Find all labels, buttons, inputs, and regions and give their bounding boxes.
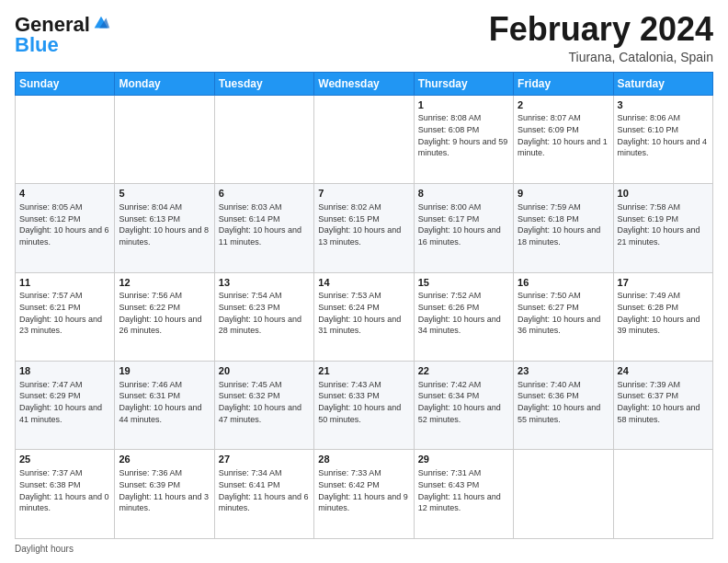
week-row-2: 4Sunrise: 8:05 AM Sunset: 6:12 PM Daylig… <box>16 184 713 272</box>
day-number: 20 <box>219 364 310 378</box>
day-cell: 13Sunrise: 7:54 AM Sunset: 6:23 PM Dayli… <box>214 272 313 361</box>
day-number: 5 <box>119 187 210 201</box>
day-number: 4 <box>19 187 110 201</box>
logo: General Blue <box>15 15 111 55</box>
day-cell: 1Sunrise: 8:08 AM Sunset: 6:08 PM Daylig… <box>414 95 513 183</box>
day-info: Sunrise: 8:04 AM Sunset: 6:13 PM Dayligh… <box>119 201 210 247</box>
day-info: Sunrise: 8:03 AM Sunset: 6:14 PM Dayligh… <box>219 201 310 247</box>
day-info: Sunrise: 7:33 AM Sunset: 6:42 PM Dayligh… <box>318 467 409 513</box>
day-info: Sunrise: 7:34 AM Sunset: 6:41 PM Dayligh… <box>219 467 310 513</box>
day-cell: 4Sunrise: 8:05 AM Sunset: 6:12 PM Daylig… <box>16 184 115 272</box>
day-info: Sunrise: 7:49 AM Sunset: 6:28 PM Dayligh… <box>618 290 709 336</box>
footer-note: Daylight hours <box>15 544 713 554</box>
day-number: 17 <box>618 276 709 290</box>
day-number: 16 <box>518 276 609 290</box>
day-cell <box>613 450 712 539</box>
day-info: Sunrise: 7:46 AM Sunset: 6:31 PM Dayligh… <box>119 379 210 425</box>
day-cell: 15Sunrise: 7:52 AM Sunset: 6:26 PM Dayli… <box>414 272 513 361</box>
week-row-1: 1Sunrise: 8:08 AM Sunset: 6:08 PM Daylig… <box>16 95 713 183</box>
week-row-3: 11Sunrise: 7:57 AM Sunset: 6:21 PM Dayli… <box>16 272 713 361</box>
logo-general: General <box>15 15 90 35</box>
day-number: 25 <box>19 453 110 466</box>
day-number: 15 <box>418 276 509 290</box>
day-number: 24 <box>618 364 709 378</box>
header-day-sunday: Sunday <box>16 72 115 95</box>
day-number: 13 <box>219 276 310 290</box>
header: General Blue February 2024 Tiurana, Cata… <box>15 11 713 64</box>
day-number: 8 <box>418 187 509 201</box>
day-cell: 12Sunrise: 7:56 AM Sunset: 6:22 PM Dayli… <box>115 272 214 361</box>
day-number: 11 <box>19 276 110 290</box>
day-info: Sunrise: 7:36 AM Sunset: 6:39 PM Dayligh… <box>119 467 210 513</box>
header-day-thursday: Thursday <box>414 72 513 95</box>
day-info: Sunrise: 8:06 AM Sunset: 6:10 PM Dayligh… <box>618 112 709 158</box>
page: General Blue February 2024 Tiurana, Cata… <box>0 0 728 563</box>
day-cell: 21Sunrise: 7:43 AM Sunset: 6:33 PM Dayli… <box>314 362 414 450</box>
day-cell: 26Sunrise: 7:36 AM Sunset: 6:39 PM Dayli… <box>115 450 214 539</box>
day-info: Sunrise: 7:52 AM Sunset: 6:26 PM Dayligh… <box>418 290 509 336</box>
day-number: 14 <box>318 276 409 290</box>
day-info: Sunrise: 7:31 AM Sunset: 6:43 PM Dayligh… <box>418 467 509 513</box>
subtitle: Tiurana, Catalonia, Spain <box>489 50 713 64</box>
day-cell: 29Sunrise: 7:31 AM Sunset: 6:43 PM Dayli… <box>414 450 513 539</box>
day-number: 2 <box>518 98 609 112</box>
day-info: Sunrise: 7:42 AM Sunset: 6:34 PM Dayligh… <box>418 379 509 425</box>
day-number: 21 <box>318 364 409 378</box>
day-info: Sunrise: 7:54 AM Sunset: 6:23 PM Dayligh… <box>219 290 310 336</box>
header-day-tuesday: Tuesday <box>214 72 313 95</box>
day-info: Sunrise: 8:07 AM Sunset: 6:09 PM Dayligh… <box>518 112 609 158</box>
day-info: Sunrise: 8:05 AM Sunset: 6:12 PM Dayligh… <box>19 201 110 247</box>
day-info: Sunrise: 7:57 AM Sunset: 6:21 PM Dayligh… <box>19 290 110 336</box>
day-cell: 14Sunrise: 7:53 AM Sunset: 6:24 PM Dayli… <box>314 272 414 361</box>
day-cell: 19Sunrise: 7:46 AM Sunset: 6:31 PM Dayli… <box>115 362 214 450</box>
day-cell: 16Sunrise: 7:50 AM Sunset: 6:27 PM Dayli… <box>514 272 613 361</box>
day-number: 9 <box>518 187 609 201</box>
day-cell: 23Sunrise: 7:40 AM Sunset: 6:36 PM Dayli… <box>514 362 613 450</box>
day-cell: 27Sunrise: 7:34 AM Sunset: 6:41 PM Dayli… <box>214 450 313 539</box>
day-info: Sunrise: 8:08 AM Sunset: 6:08 PM Dayligh… <box>418 112 509 158</box>
day-cell: 10Sunrise: 7:58 AM Sunset: 6:19 PM Dayli… <box>613 184 712 272</box>
day-info: Sunrise: 7:47 AM Sunset: 6:29 PM Dayligh… <box>19 379 110 425</box>
day-number: 27 <box>219 453 310 466</box>
week-row-4: 18Sunrise: 7:47 AM Sunset: 6:29 PM Dayli… <box>16 362 713 450</box>
day-number: 12 <box>119 276 210 290</box>
day-info: Sunrise: 7:50 AM Sunset: 6:27 PM Dayligh… <box>518 290 609 336</box>
calendar-table: SundayMondayTuesdayWednesdayThursdayFrid… <box>15 72 713 539</box>
day-cell <box>115 95 214 183</box>
day-number: 26 <box>119 453 210 466</box>
day-cell: 20Sunrise: 7:45 AM Sunset: 6:32 PM Dayli… <box>214 362 313 450</box>
header-row: SundayMondayTuesdayWednesdayThursdayFrid… <box>16 72 713 95</box>
day-info: Sunrise: 7:58 AM Sunset: 6:19 PM Dayligh… <box>618 201 709 247</box>
day-info: Sunrise: 7:53 AM Sunset: 6:24 PM Dayligh… <box>318 290 409 336</box>
day-number: 1 <box>418 98 509 112</box>
day-info: Sunrise: 7:56 AM Sunset: 6:22 PM Dayligh… <box>119 290 210 336</box>
day-number: 23 <box>518 364 609 378</box>
day-cell: 5Sunrise: 8:04 AM Sunset: 6:13 PM Daylig… <box>115 184 214 272</box>
header-day-wednesday: Wednesday <box>314 72 414 95</box>
day-cell <box>514 450 613 539</box>
day-cell: 2Sunrise: 8:07 AM Sunset: 6:09 PM Daylig… <box>514 95 613 183</box>
day-cell <box>16 95 115 183</box>
day-info: Sunrise: 7:39 AM Sunset: 6:37 PM Dayligh… <box>618 379 709 425</box>
day-info: Sunrise: 7:59 AM Sunset: 6:18 PM Dayligh… <box>518 201 609 247</box>
day-cell: 28Sunrise: 7:33 AM Sunset: 6:42 PM Dayli… <box>314 450 414 539</box>
day-info: Sunrise: 8:00 AM Sunset: 6:17 PM Dayligh… <box>418 201 509 247</box>
logo-blue: Blue <box>15 33 59 56</box>
week-row-5: 25Sunrise: 7:37 AM Sunset: 6:38 PM Dayli… <box>16 450 713 539</box>
day-info: Sunrise: 7:40 AM Sunset: 6:36 PM Dayligh… <box>518 379 609 425</box>
day-cell: 22Sunrise: 7:42 AM Sunset: 6:34 PM Dayli… <box>414 362 513 450</box>
day-cell <box>314 95 414 183</box>
day-cell: 11Sunrise: 7:57 AM Sunset: 6:21 PM Dayli… <box>16 272 115 361</box>
day-cell: 7Sunrise: 8:02 AM Sunset: 6:15 PM Daylig… <box>314 184 414 272</box>
day-cell: 18Sunrise: 7:47 AM Sunset: 6:29 PM Dayli… <box>16 362 115 450</box>
day-number: 22 <box>418 364 509 378</box>
day-cell: 24Sunrise: 7:39 AM Sunset: 6:37 PM Dayli… <box>613 362 712 450</box>
day-cell: 3Sunrise: 8:06 AM Sunset: 6:10 PM Daylig… <box>613 95 712 183</box>
day-number: 3 <box>618 98 709 112</box>
day-number: 6 <box>219 187 310 201</box>
day-number: 18 <box>19 364 110 378</box>
day-number: 29 <box>418 453 509 466</box>
header-day-monday: Monday <box>115 72 214 95</box>
header-day-saturday: Saturday <box>613 72 712 95</box>
day-info: Sunrise: 7:45 AM Sunset: 6:32 PM Dayligh… <box>219 379 310 425</box>
